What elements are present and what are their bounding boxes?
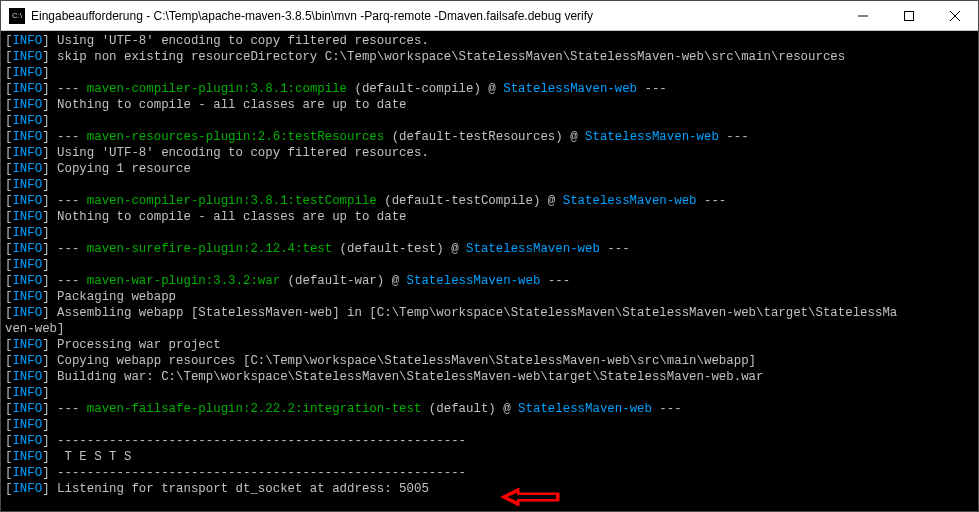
log-line: [INFO] Processing war project bbox=[5, 337, 974, 353]
minimize-button[interactable] bbox=[840, 1, 886, 30]
log-line: [INFO] --- maven-war-plugin:3.3.2:war (d… bbox=[5, 273, 974, 289]
log-line: [INFO] --- maven-compiler-plugin:3.8.1:t… bbox=[5, 193, 974, 209]
window-title: Eingabeaufforderung - C:\Temp\apache-mav… bbox=[31, 9, 840, 23]
svg-rect-1 bbox=[905, 11, 914, 20]
window-controls bbox=[840, 1, 978, 30]
titlebar[interactable]: C:\ Eingabeaufforderung - C:\Temp\apache… bbox=[1, 1, 978, 31]
log-line: [INFO] --- maven-surefire-plugin:2.12.4:… bbox=[5, 241, 974, 257]
log-line: [INFO] Nothing to compile - all classes … bbox=[5, 97, 974, 113]
log-line: [INFO] Nothing to compile - all classes … bbox=[5, 209, 974, 225]
annotation-arrow-icon bbox=[501, 486, 561, 508]
log-line: [INFO] Assembling webapp [StatelessMaven… bbox=[5, 305, 974, 321]
log-line: [INFO] --- maven-resources-plugin:2.6:te… bbox=[5, 129, 974, 145]
log-line: [INFO] Copying 1 resource bbox=[5, 161, 974, 177]
log-line: [INFO] ---------------------------------… bbox=[5, 465, 974, 481]
maximize-button[interactable] bbox=[886, 1, 932, 30]
log-line: [INFO] Packaging webapp bbox=[5, 289, 974, 305]
log-line: [INFO] Building war: C:\Temp\workspace\S… bbox=[5, 369, 974, 385]
cmd-window: C:\ Eingabeaufforderung - C:\Temp\apache… bbox=[0, 0, 979, 512]
log-line: [INFO] Copying webapp resources [C:\Temp… bbox=[5, 353, 974, 369]
cmd-icon: C:\ bbox=[9, 8, 25, 24]
log-line: [INFO] bbox=[5, 177, 974, 193]
terminal-output[interactable]: [INFO] Using 'UTF-8' encoding to copy fi… bbox=[1, 31, 978, 511]
log-line: [INFO] bbox=[5, 417, 974, 433]
log-line: [INFO] T E S T S bbox=[5, 449, 974, 465]
log-line: [INFO] ---------------------------------… bbox=[5, 433, 974, 449]
log-line: [INFO] skip non existing resourceDirecto… bbox=[5, 49, 974, 65]
log-line: [INFO] bbox=[5, 225, 974, 241]
log-line: [INFO] bbox=[5, 113, 974, 129]
close-button[interactable] bbox=[932, 1, 978, 30]
log-line: [INFO] Listening for transport dt_socket… bbox=[5, 481, 974, 497]
log-line: [INFO] bbox=[5, 385, 974, 401]
log-line: [INFO] bbox=[5, 257, 974, 273]
log-line: ven-web] bbox=[5, 321, 974, 337]
log-line: [INFO] Using 'UTF-8' encoding to copy fi… bbox=[5, 33, 974, 49]
log-line: [INFO] Using 'UTF-8' encoding to copy fi… bbox=[5, 145, 974, 161]
log-line: [INFO] --- maven-compiler-plugin:3.8.1:c… bbox=[5, 81, 974, 97]
log-line: [INFO] bbox=[5, 65, 974, 81]
log-line: [INFO] --- maven-failsafe-plugin:2.22.2:… bbox=[5, 401, 974, 417]
